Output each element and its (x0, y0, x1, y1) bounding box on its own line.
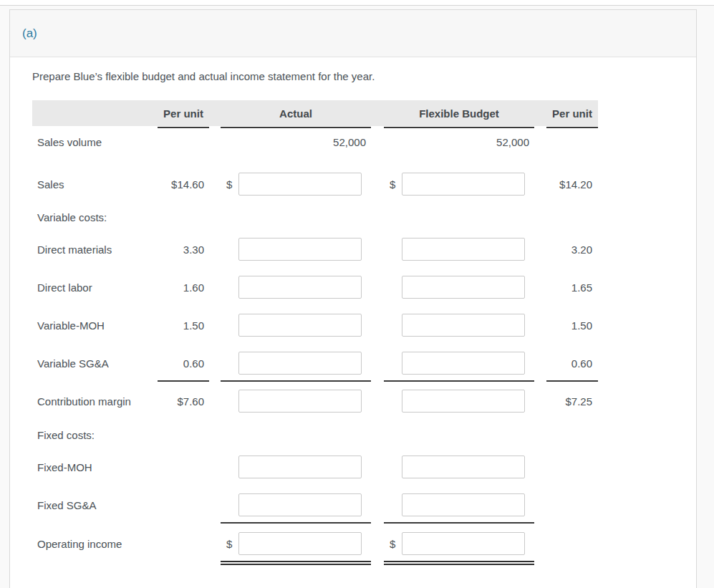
variable-moh-flexible-input[interactable] (402, 314, 525, 337)
row-label: Variable-MOH (32, 319, 158, 332)
sales-actual-input[interactable] (238, 173, 362, 196)
subtotal-rule (221, 380, 371, 382)
contribution-margin-actual-input[interactable] (238, 390, 362, 413)
row-fixed-sga: Fixed SG&A (32, 493, 598, 516)
row-label: Operating income (32, 538, 158, 550)
direct-materials-per-unit-left: 3.30 (158, 244, 209, 256)
sales-per-unit-right: $14.20 (546, 178, 598, 191)
row-direct-materials: Direct materials 3.30 3.20 (32, 238, 598, 261)
fixed-moh-flexible-input[interactable] (402, 456, 525, 478)
fixed-sga-actual-input[interactable] (238, 493, 362, 516)
fixed-sga-flexible-input[interactable] (402, 493, 525, 516)
contribution-margin-per-unit-left: $7.60 (158, 395, 209, 408)
dollar-sign: $ (221, 538, 238, 550)
total-rule (384, 522, 534, 524)
row-variable-moh: Variable-MOH 1.50 1.50 (32, 314, 598, 337)
row-operating-income: Operating income $ $ (32, 532, 598, 555)
direct-labor-flexible-input[interactable] (402, 276, 525, 299)
sales-volume-flexible-value: 52,000 (384, 136, 534, 148)
operating-income-actual-input[interactable] (238, 532, 362, 555)
subtotal-rule (546, 380, 598, 382)
row-direct-labor: Direct labor 1.60 1.65 (32, 276, 598, 299)
row-label: Direct materials (32, 244, 158, 256)
variable-moh-per-unit-right: 1.50 (546, 319, 598, 332)
column-header-per-unit-right: Per unit (546, 107, 598, 120)
income-statement-table: Per unit Actual Flexible Budget Per unit (32, 100, 598, 565)
total-rule (221, 522, 371, 524)
table-header-row: Per unit Actual Flexible Budget Per unit (32, 100, 598, 126)
direct-materials-per-unit-right: 3.20 (546, 244, 598, 256)
row-label: Fixed-MOH (32, 461, 158, 473)
column-header-actual: Actual (221, 107, 371, 120)
variable-sga-actual-input[interactable] (238, 352, 362, 375)
row-label: Sales (32, 178, 158, 191)
direct-labor-per-unit-left: 1.60 (158, 281, 209, 294)
row-label: Variable SG&A (32, 357, 158, 370)
row-label: Contribution margin (32, 395, 158, 408)
top-divider (0, 0, 714, 6)
sales-per-unit-left: $14.60 (158, 178, 209, 191)
dollar-sign: $ (384, 538, 402, 550)
row-fixed-moh: Fixed-MOH (32, 456, 598, 478)
part-label: (a) (22, 26, 37, 41)
header-underline (158, 127, 209, 128)
part-body: Prepare Blue’s flexible budget and actua… (10, 57, 696, 565)
column-header-flexible-budget: Flexible Budget (384, 107, 534, 120)
variable-moh-actual-input[interactable] (238, 314, 362, 337)
direct-materials-actual-input[interactable] (238, 238, 362, 261)
row-contribution-margin: Contribution margin $7.60 $7.25 (32, 390, 598, 413)
variable-sga-flexible-input[interactable] (402, 352, 525, 375)
section-label: Fixed costs: (32, 429, 158, 441)
row-sales-volume: Sales volume 52,000 52,000 (32, 133, 598, 150)
header-underline (221, 127, 371, 128)
direct-labor-actual-input[interactable] (238, 276, 362, 299)
row-sales: Sales $14.60 $ $ $14.20 (32, 173, 598, 196)
sales-flexible-input[interactable] (402, 173, 525, 196)
double-underline (221, 561, 371, 565)
grand-total-double-rule-row (32, 561, 598, 565)
part-header: (a) (10, 10, 696, 57)
double-underline (384, 561, 534, 565)
variable-moh-per-unit-left: 1.50 (158, 319, 209, 332)
row-label: Fixed SG&A (32, 499, 158, 511)
operating-income-flexible-input[interactable] (402, 532, 525, 555)
total-rule-row (32, 522, 598, 524)
section-label: Variable costs: (32, 211, 158, 223)
variable-sga-per-unit-left: 0.60 (158, 357, 209, 370)
column-header-per-unit-left: Per unit (158, 107, 209, 120)
row-variable-costs-section: Variable costs: (32, 208, 598, 226)
instruction-text: Prepare Blue’s flexible budget and actua… (32, 69, 696, 84)
subtotal-rule-row (32, 380, 598, 382)
row-label: Direct labor (32, 281, 158, 294)
sales-volume-actual-value: 52,000 (221, 136, 371, 148)
contribution-margin-per-unit-right: $7.25 (546, 395, 598, 408)
direct-materials-flexible-input[interactable] (402, 238, 525, 261)
row-variable-sga: Variable SG&A 0.60 0.60 (32, 352, 598, 375)
fixed-moh-actual-input[interactable] (238, 456, 362, 478)
dollar-sign: $ (384, 178, 402, 191)
subtotal-rule (158, 380, 209, 382)
dollar-sign: $ (221, 178, 238, 191)
row-fixed-costs-section: Fixed costs: (32, 426, 598, 443)
variable-sga-per-unit-right: 0.60 (546, 357, 598, 370)
contribution-margin-flexible-input[interactable] (402, 390, 525, 413)
direct-labor-per-unit-right: 1.65 (546, 281, 598, 294)
header-underline (546, 127, 598, 128)
question-part-panel: (a) Prepare Blue’s flexible budget and a… (9, 9, 697, 588)
header-underline-row (32, 127, 598, 128)
header-underline (384, 127, 534, 128)
row-label: Sales volume (32, 136, 158, 148)
subtotal-rule (384, 380, 534, 382)
